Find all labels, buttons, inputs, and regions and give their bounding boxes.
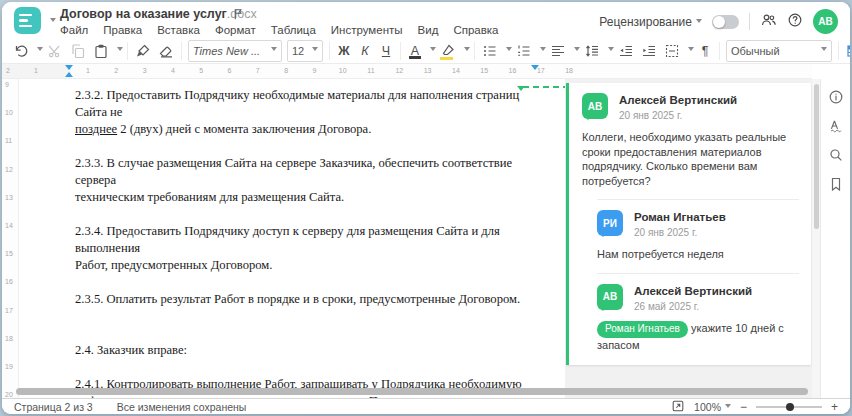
vertical-scrollbar-thumb[interactable] [814,84,819,229]
paragraph-2-3-5[interactable]: 2.3.5. Оплатить результат Работ в порядк… [75,291,538,308]
font-color-caret-icon[interactable] [430,47,436,54]
paragraph-style-select[interactable]: Обычный [726,40,832,62]
ruler-number: 5 [199,67,203,74]
insert-table-icon[interactable] [843,40,850,62]
right-tool-rail [820,79,850,398]
reply-date: 20 янв 2025 г. [634,227,726,238]
ruler-number: 12 [395,67,403,74]
ruler-number: 4 [171,67,175,74]
review-toggle[interactable] [712,15,739,29]
comment-reply[interactable]: РИ Роман Игнатьев 20 янв 2025 г. Нам пот… [597,199,799,262]
user-avatar[interactable]: АВ [813,9,838,34]
font-name-select[interactable]: Times New ... [188,40,282,62]
zoom-level-select[interactable]: 100% [694,401,731,413]
increase-indent-icon[interactable] [638,40,660,62]
numbered-list-icon[interactable] [513,40,535,62]
line-spacing-icon[interactable] [581,40,603,62]
comments-panel: АВ Алексей Вертинский 20 янв 2025 г. Кол… [565,79,812,398]
paragraph-2-3-2[interactable]: 2.3.2. Предоставить Подрядчику необходим… [75,87,538,138]
decrease-indent-icon[interactable] [615,40,637,62]
zoom-out-button[interactable]: − [740,402,747,412]
zoom-slider[interactable] [756,402,822,412]
collaborators-icon[interactable] [760,12,777,31]
document-text[interactable]: 2.3.2. Предоставить Подрядчику необходим… [75,87,538,414]
toolbar-separator [400,42,401,60]
format-painter-icon[interactable] [132,40,154,62]
align-left-icon[interactable] [547,40,569,62]
bookmark-icon[interactable] [826,174,846,194]
app-logo-icon[interactable] [14,7,41,34]
ruler-number: 9 [5,81,9,88]
left-indent-marker[interactable] [65,68,73,77]
ruler-number: 13 [5,194,13,201]
spellcheck-icon[interactable] [826,116,846,136]
ruler-number: 9 [312,67,316,74]
document-title: Договор на оказание услуг.docx [60,7,257,21]
editor-area: 91011121314151617181920 2.3.2. Предостав… [2,79,850,398]
review-mode-dropdown[interactable]: Рецензирование [599,15,702,29]
reply-text-with-mention: Роман Игнатьев укажите 10 дней с запасом [597,321,799,353]
bullet-list-icon[interactable] [479,40,501,62]
vertical-scrollbar[interactable] [812,79,820,398]
paragraph-borders-icon[interactable] [661,40,683,62]
menu-file[interactable]: Файл [60,24,88,36]
paste-caret-icon[interactable] [117,47,123,54]
menu-format[interactable]: Формат [215,24,256,36]
paste-icon[interactable] [90,40,112,62]
font-size-select[interactable]: 12 [287,40,323,62]
italic-button[interactable]: К [355,40,375,62]
font-name-caret-icon [271,47,277,54]
reply-date: 26 май 2025 г. [634,301,752,312]
zoom-slider-knob[interactable] [786,403,794,411]
horizontal-ruler[interactable]: 21123456789101112131415161718 [2,64,812,79]
horizontal-scrollbar[interactable] [16,388,808,395]
highlight-color-icon[interactable] [437,40,459,62]
menu-view[interactable]: Вид [418,24,439,36]
highlight-caret-icon[interactable] [464,47,470,54]
paragraph-2-3-4[interactable]: 2.3.4. Предоставить Подрядчику доступ к … [75,223,538,274]
menu-table[interactable]: Таблица [271,24,316,36]
copy-icon[interactable] [67,40,89,62]
paragraph-2-3-3[interactable]: 2.3.3. В случае размещения Сайта на серв… [75,155,538,206]
paragraph-2-4[interactable]: 2.4. Заказчик вправе: [75,342,538,359]
undo-icon[interactable] [10,40,32,62]
bullet-list-caret-icon[interactable] [506,47,512,54]
comment-reply[interactable]: АВ Алексей Вертинский 26 май 2025 г. Ром… [597,273,799,353]
document-page[interactable]: 2.3.2. Предоставить Подрядчику необходим… [19,79,565,398]
app-menu-caret-icon[interactable] [50,18,56,25]
fit-width-icon[interactable] [671,399,685,415]
ruler-number: 2 [6,67,10,74]
undo-caret-icon[interactable] [37,47,43,54]
ruler-number: 18 [565,67,573,74]
menu-help[interactable]: Справка [453,24,498,36]
page-indicator[interactable]: Страница 2 из 3 [14,401,93,413]
line-spacing-caret-icon[interactable] [608,47,614,54]
align-caret-icon[interactable] [574,47,580,54]
flag-icon[interactable] [232,7,245,25]
info-icon[interactable] [826,87,846,107]
mention-chip[interactable]: Роман Игнатьев [597,321,688,339]
comment-thread-card[interactable]: АВ Алексей Вертинский 20 янв 2025 г. Кол… [566,83,811,365]
right-indent-marker[interactable] [531,65,539,74]
ruler-number: 15 [480,67,488,74]
menu-insert[interactable]: Вставка [157,24,200,36]
underline-button[interactable]: Ч [376,40,396,62]
font-color-button[interactable]: А [405,40,425,62]
zoom-in-button[interactable]: + [831,402,838,412]
menu-edit[interactable]: Правка [103,24,142,36]
bold-button[interactable]: Ж [334,40,354,62]
ruler-number: 16 [509,67,517,74]
numbered-list-caret-icon[interactable] [540,47,546,54]
nonprinting-chars-button[interactable]: ¶ [695,40,715,62]
borders-caret-icon[interactable] [688,47,694,54]
ruler-number: 13 [424,67,432,74]
help-icon[interactable] [787,12,803,31]
search-icon[interactable] [826,145,846,165]
vertical-ruler[interactable]: 91011121314151617181920 [2,79,19,398]
menu-tools[interactable]: Инструменты [331,24,403,36]
ruler-number: 10 [339,67,347,74]
toolbar: Times New ... 12 Ж К Ч А ¶ Обычный ··· [2,38,850,64]
zoom-caret-icon [725,404,731,411]
clear-style-eraser-icon[interactable] [155,40,177,62]
cut-icon[interactable] [44,40,66,62]
